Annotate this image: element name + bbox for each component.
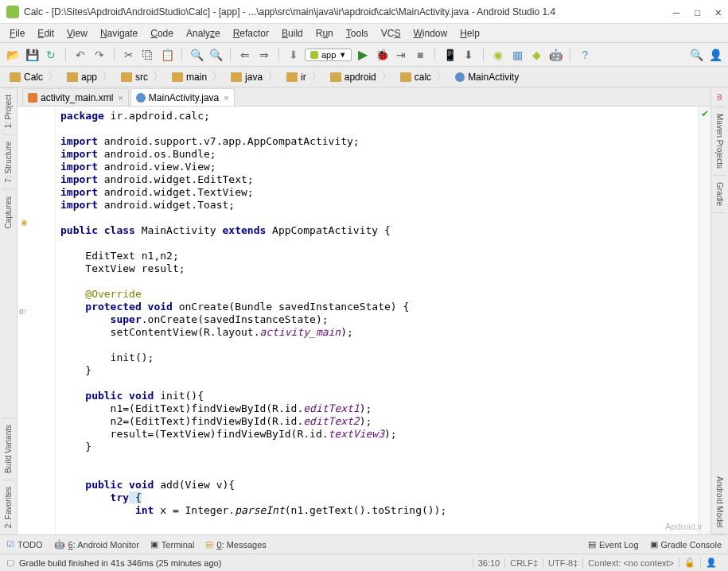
right-tool-stripe: m Maven Projects Gradle Android Model bbox=[710, 87, 728, 534]
cut-icon[interactable]: ✂ bbox=[121, 47, 137, 63]
help-icon[interactable]: ? bbox=[577, 47, 593, 63]
crumb-folder[interactable]: apdroid bbox=[327, 68, 397, 86]
terminal-icon: ▣ bbox=[150, 539, 158, 550]
tab-activity-main-xml[interactable]: activity_main.xml × bbox=[22, 88, 129, 106]
status-quickswitch-icon[interactable]: ▢ bbox=[6, 557, 14, 568]
inspection-ok-icon: ✔ bbox=[701, 108, 709, 119]
menu-code[interactable]: Code bbox=[146, 26, 178, 41]
crumb-folder[interactable]: main bbox=[169, 68, 228, 86]
close-button[interactable]: ✕ bbox=[715, 6, 722, 18]
messages-icon: ▤ bbox=[205, 539, 213, 550]
class-icon bbox=[455, 72, 465, 82]
save-icon[interactable]: 💾 bbox=[24, 47, 40, 63]
crumb-folder[interactable]: ir bbox=[283, 68, 327, 86]
monitor-icon[interactable]: ◉ bbox=[490, 47, 506, 63]
project-tool[interactable]: 1: Project bbox=[2, 87, 14, 134]
menu-run[interactable]: Run bbox=[311, 26, 338, 41]
editor-scrollbar[interactable]: ✔ bbox=[698, 107, 710, 534]
editor-gutter[interactable]: ◉ o↑ bbox=[18, 107, 56, 534]
android-icon[interactable]: 🤖 bbox=[547, 47, 563, 63]
messages-tool[interactable]: ▤0: Messages bbox=[205, 539, 266, 550]
android-icon: 🤖 bbox=[54, 539, 65, 550]
maximize-button[interactable]: ☐ bbox=[694, 6, 700, 18]
run-config-selector[interactable]: app ▼ bbox=[305, 49, 352, 61]
chevron-down-icon: ▼ bbox=[339, 51, 346, 59]
back-icon[interactable]: ⇐ bbox=[237, 47, 253, 63]
tab-mainactivity-java[interactable]: MainActivity.java × bbox=[130, 88, 235, 106]
copy-icon[interactable]: ⿻ bbox=[140, 47, 156, 63]
menu-build[interactable]: Build bbox=[277, 26, 308, 41]
code-editor[interactable]: ◉ o↑ package ir.apdroid.calc; import and… bbox=[18, 107, 710, 534]
encoding[interactable]: UTF-8‡ bbox=[543, 558, 582, 568]
captures-tool[interactable]: Captures bbox=[2, 189, 14, 235]
crumb-folder[interactable]: src bbox=[118, 68, 169, 86]
terminal-tool[interactable]: ▣Terminal bbox=[150, 539, 195, 550]
redo-icon[interactable]: ↷ bbox=[91, 47, 107, 63]
left-tool-stripe: 1: Project 7: Structure Captures Build V… bbox=[0, 87, 18, 534]
find-icon[interactable]: 🔍 bbox=[189, 47, 204, 63]
structure-tool[interactable]: 7: Structure bbox=[2, 134, 14, 189]
menu-help[interactable]: Help bbox=[455, 26, 485, 41]
android-icon bbox=[310, 51, 318, 59]
paste-icon[interactable]: 📋 bbox=[159, 47, 175, 63]
menu-tools[interactable]: Tools bbox=[341, 26, 373, 41]
menu-view[interactable]: View bbox=[62, 26, 92, 41]
hector-icon[interactable]: 👤 bbox=[700, 557, 722, 568]
android-model-tool[interactable]: Android Model bbox=[714, 470, 726, 534]
sync-gradle-icon[interactable]: ◆ bbox=[528, 47, 544, 63]
gradle-console-tool[interactable]: ▣Gradle Console bbox=[650, 539, 722, 550]
folder-icon bbox=[121, 72, 132, 82]
crumb-class[interactable]: MainActivity bbox=[452, 68, 524, 86]
menu-analyze[interactable]: Analyze bbox=[181, 26, 225, 41]
crumb-module[interactable]: app bbox=[64, 68, 118, 86]
context[interactable]: Context: <no context> bbox=[582, 558, 679, 568]
favorites-tool[interactable]: 2: Favorites bbox=[2, 480, 14, 534]
avd-icon[interactable]: 📱 bbox=[442, 47, 457, 63]
window-title: Calc - [D:\Sites\Apdroid\AndroidStudio\C… bbox=[24, 6, 673, 17]
line-separator[interactable]: CRLF‡ bbox=[504, 558, 543, 568]
menu-vcs[interactable]: VCS bbox=[376, 26, 406, 41]
debug-icon[interactable]: 🐞 bbox=[374, 47, 390, 63]
tab-close-icon[interactable]: × bbox=[224, 93, 228, 103]
navigation-bar: Calc app src main java ir apdroid calc M… bbox=[0, 67, 728, 87]
maven-tool[interactable]: m bbox=[714, 87, 726, 107]
todo-tool[interactable]: ☑TODO bbox=[6, 539, 43, 550]
sync-icon[interactable]: ↻ bbox=[43, 47, 59, 63]
minimize-button[interactable]: — bbox=[673, 6, 679, 18]
user-icon[interactable]: 👤 bbox=[707, 47, 723, 63]
android-monitor-tool[interactable]: 🤖6: Android Monitor bbox=[54, 539, 139, 550]
stop-icon[interactable]: ■ bbox=[412, 47, 428, 63]
make-icon[interactable]: ⬇ bbox=[286, 47, 302, 63]
caret-position[interactable]: 36:10 bbox=[473, 558, 505, 568]
crumb-root[interactable]: Calc bbox=[6, 68, 64, 86]
menubar: FFileile Edit View Navigate Code Analyze… bbox=[0, 24, 728, 43]
menu-navigate[interactable]: Navigate bbox=[95, 26, 142, 41]
attach-icon[interactable]: ⇥ bbox=[393, 47, 409, 63]
menu-edit[interactable]: Edit bbox=[33, 26, 59, 41]
xml-icon bbox=[28, 93, 37, 103]
search-icon[interactable]: 🔍 bbox=[688, 47, 704, 63]
code-content[interactable]: package ir.apdroid.calc; import android.… bbox=[56, 107, 698, 534]
build-variants-tool[interactable]: Build Variants bbox=[2, 418, 14, 480]
menu-file[interactable]: FFileile bbox=[5, 26, 29, 41]
menu-refactor[interactable]: Refactor bbox=[228, 26, 274, 41]
tab-close-icon[interactable]: × bbox=[118, 93, 123, 103]
event-log-tool[interactable]: ▤Event Log bbox=[588, 539, 639, 550]
console-icon: ▣ bbox=[650, 539, 658, 550]
forward-icon[interactable]: ⇒ bbox=[256, 47, 272, 63]
sdk-icon[interactable]: ⬇ bbox=[461, 47, 477, 63]
structure-icon[interactable]: ▦ bbox=[509, 47, 525, 63]
open-icon[interactable]: 📂 bbox=[5, 47, 21, 63]
crumb-folder[interactable]: java bbox=[228, 68, 283, 86]
toolbar-separator bbox=[434, 48, 435, 62]
undo-icon[interactable]: ↶ bbox=[72, 47, 88, 63]
run-button[interactable]: ▶ bbox=[355, 47, 371, 63]
replace-icon[interactable]: 🔍 bbox=[208, 47, 224, 63]
folder-icon bbox=[10, 72, 21, 82]
menu-window[interactable]: Window bbox=[408, 26, 452, 41]
watermark: Apdroid.ir bbox=[665, 522, 703, 531]
gradle-tool[interactable]: Gradle bbox=[714, 176, 726, 213]
lock-icon[interactable]: 🔓 bbox=[679, 557, 700, 568]
maven-tool-label[interactable]: Maven Projects bbox=[714, 107, 726, 176]
crumb-folder[interactable]: calc bbox=[397, 68, 452, 86]
